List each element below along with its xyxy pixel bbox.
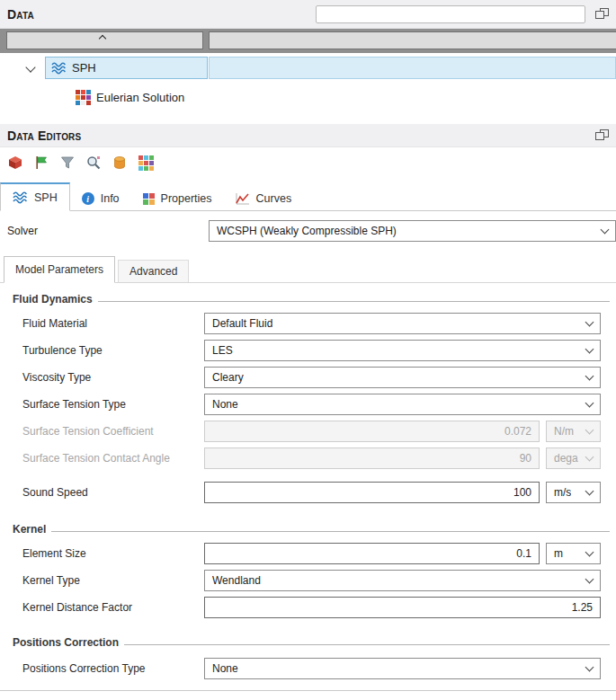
- surface-tension-contact-angle-input: 90: [204, 447, 540, 469]
- solver-value: WCSPH (Weakly Compressible SPH): [217, 225, 397, 237]
- red-cube-icon[interactable]: [5, 153, 25, 173]
- tab-sph[interactable]: SPH: [0, 182, 70, 211]
- waves-icon: [51, 61, 67, 75]
- solver-label: Solver: [7, 225, 209, 237]
- kernel-type-combo[interactable]: Wendland: [204, 570, 601, 591]
- input-value: 100: [513, 486, 531, 499]
- chevron-down-icon[interactable]: [25, 62, 35, 72]
- orange-cylinder-icon[interactable]: [110, 153, 129, 173]
- tree-row-eulerian[interactable]: Eulerian Solution: [0, 85, 616, 109]
- filter-funnel-icon[interactable]: [58, 153, 77, 173]
- group-header: Fluid Dynamics: [0, 292, 616, 306]
- combo-value: None: [212, 662, 238, 675]
- sound-speed-unit-combo[interactable]: m/s: [546, 482, 601, 503]
- tab-properties[interactable]: Properties: [131, 187, 224, 210]
- chevron-down-icon: [585, 663, 594, 672]
- tree-header-column-right[interactable]: [209, 31, 616, 49]
- field-label: Element Size: [22, 547, 204, 560]
- chevron-down-icon: [585, 453, 594, 462]
- tab-label: Curves: [256, 192, 292, 205]
- field-kernel-distance-factor: Kernel Distance Factor 1.25: [0, 594, 616, 621]
- parameter-subtabs: Model Parameters Advanced: [0, 255, 616, 283]
- field-label: Kernel Distance Factor: [22, 601, 204, 614]
- fluid-material-combo[interactable]: Default Fluid: [204, 313, 601, 334]
- tab-label: Properties: [161, 192, 212, 205]
- field-label: Surface Tension Type: [22, 398, 204, 411]
- field-turbulence-type: Turbulence Type LES: [0, 337, 616, 364]
- group-fields: Positions Correction Type None: [0, 655, 616, 682]
- data-editors-header: Data Editors: [0, 124, 616, 147]
- search-input[interactable]: [316, 5, 585, 23]
- positions-correction-type-combo[interactable]: None: [204, 658, 601, 679]
- field-label: Viscosity Type: [22, 371, 204, 384]
- tree-item-sph[interactable]: SPH: [45, 57, 208, 79]
- field-surface-tension-contact-angle: Surface Tension Contact Angle 90 dega: [0, 445, 616, 472]
- editor-toolbar: [0, 147, 616, 178]
- combo-value: Cleary: [212, 371, 244, 384]
- float-panel-icon[interactable]: [594, 8, 609, 21]
- tree-item-label: SPH: [72, 61, 96, 75]
- field-label: Turbulence Type: [22, 344, 204, 357]
- surface-tension-type-combo[interactable]: None: [204, 394, 601, 415]
- group-header: Kernel: [0, 522, 616, 536]
- info-icon: [82, 192, 94, 205]
- mosaic-glyph: [138, 155, 154, 171]
- group-fluid-dynamics: Fluid Dynamics Fluid Material Default Fl…: [0, 292, 616, 506]
- group-header: Positions Correction: [0, 635, 616, 650]
- sound-speed-input[interactable]: 100: [204, 482, 540, 503]
- surface-tension-coefficient-input: 0.072: [204, 421, 540, 442]
- solver-row: Solver WCSPH (Weakly Compressible SPH): [0, 220, 616, 242]
- subtab-model-parameters[interactable]: Model Parameters: [4, 256, 115, 283]
- field-label: Surface Tension Coefficient: [22, 425, 204, 438]
- chevron-down-icon: [585, 372, 594, 381]
- tree-row-sph[interactable]: SPH: [0, 57, 616, 80]
- input-value: 0.1: [516, 547, 531, 560]
- element-size-unit-combo[interactable]: m: [546, 543, 601, 564]
- tab-curves[interactable]: Curves: [224, 187, 304, 210]
- chevron-down-icon: [585, 399, 594, 408]
- group-fields: Fluid Material Default Fluid Turbulence …: [0, 310, 616, 506]
- tree-item-eulerian-solution[interactable]: Eulerian Solution: [76, 85, 184, 109]
- color-mosaic-icon[interactable]: [136, 153, 156, 173]
- input-value: 1.25: [572, 601, 593, 614]
- input-value: 90: [520, 452, 531, 465]
- solver-combo[interactable]: WCSPH (Weakly Compressible SPH): [209, 220, 616, 242]
- combo-value: None: [212, 398, 238, 411]
- chevron-down-icon: [585, 487, 594, 496]
- field-sound-speed: Sound Speed 100 m/s: [0, 479, 616, 506]
- tab-info[interactable]: Info: [70, 187, 131, 210]
- subtab-label: Advanced: [129, 265, 177, 278]
- unit-value: N/m: [554, 425, 574, 438]
- field-kernel-type: Kernel Type Wendland: [0, 567, 616, 594]
- subtab-advanced[interactable]: Advanced: [118, 260, 189, 282]
- green-flag-icon[interactable]: [31, 153, 51, 173]
- spacer: [0, 109, 616, 124]
- chevron-down-icon: [585, 345, 594, 354]
- data-panel-header: Data: [0, 0, 616, 29]
- field-viscosity-type: Viscosity Type Cleary: [0, 364, 616, 391]
- kernel-distance-factor-input[interactable]: 1.25: [204, 597, 601, 618]
- unit-value: dega: [554, 452, 578, 465]
- input-value: 0.072: [504, 425, 531, 438]
- curve-icon: [236, 192, 250, 205]
- unit-value: m: [554, 547, 563, 560]
- element-size-input[interactable]: 0.1: [204, 543, 540, 564]
- float-panel-icon[interactable]: [594, 129, 609, 142]
- field-label: Fluid Material: [22, 317, 204, 330]
- tree-header-column-left[interactable]: [6, 31, 203, 49]
- field-fluid-material: Fluid Material Default Fluid: [0, 310, 616, 337]
- field-surface-tension-type: Surface Tension Type None: [0, 391, 616, 418]
- chevron-down-icon: [585, 575, 594, 584]
- field-label: Positions Correction Type: [22, 662, 204, 675]
- subtab-label: Model Parameters: [15, 263, 103, 276]
- chevron-down-icon: [601, 226, 610, 235]
- magnifier-icon[interactable]: [84, 153, 103, 173]
- tree-row-selection-extension[interactable]: [209, 57, 616, 79]
- viscosity-type-combo[interactable]: Cleary: [204, 367, 601, 388]
- tab-label: Info: [101, 192, 120, 205]
- editor-tabbar: SPH Info Properties Curves: [0, 182, 616, 211]
- turbulence-type-combo[interactable]: LES: [204, 340, 601, 361]
- field-element-size: Element Size 0.1 m: [0, 540, 616, 567]
- field-surface-tension-coefficient: Surface Tension Coefficient 0.072 N/m: [0, 418, 616, 445]
- group-fields: Element Size 0.1 m Kernel Type Wendland: [0, 540, 616, 621]
